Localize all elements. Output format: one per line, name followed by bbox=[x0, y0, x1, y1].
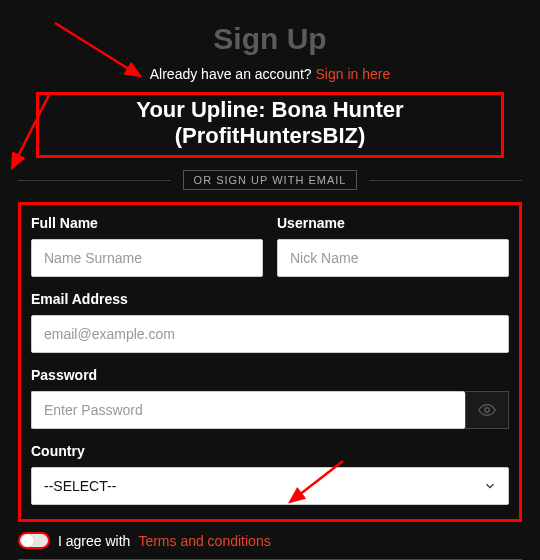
username-label: Username bbox=[277, 215, 509, 231]
sign-in-link[interactable]: Sign in here bbox=[316, 66, 391, 82]
upline-banner: Your Upline: Bona Hunter (ProfitHuntersB… bbox=[36, 92, 504, 158]
password-label: Password bbox=[31, 367, 509, 383]
username-input[interactable] bbox=[277, 239, 509, 277]
page-title: Sign Up bbox=[18, 22, 522, 56]
svg-point-0 bbox=[485, 408, 490, 413]
subtitle-row: Already have an account? Sign in here bbox=[18, 66, 522, 82]
fullname-label: Full Name bbox=[31, 215, 263, 231]
divider-line bbox=[369, 180, 522, 181]
subtitle-text: Already have an account? bbox=[150, 66, 316, 82]
divider-line bbox=[18, 180, 171, 181]
divider-text: OR SIGN UP WITH EMAIL bbox=[183, 170, 358, 190]
terms-link[interactable]: Terms and conditions bbox=[138, 533, 270, 549]
password-input[interactable] bbox=[31, 391, 465, 429]
fullname-input[interactable] bbox=[31, 239, 263, 277]
country-select[interactable]: --SELECT-- bbox=[31, 467, 509, 505]
agree-toggle[interactable] bbox=[18, 532, 50, 549]
email-input[interactable] bbox=[31, 315, 509, 353]
agree-row: I agree with Terms and conditions bbox=[18, 532, 522, 549]
country-label: Country bbox=[31, 443, 509, 459]
eye-icon bbox=[478, 401, 496, 419]
password-visibility-toggle[interactable] bbox=[465, 391, 509, 429]
email-label: Email Address bbox=[31, 291, 509, 307]
form-container: Full Name Username Email Address Passwor… bbox=[18, 202, 522, 522]
divider: OR SIGN UP WITH EMAIL bbox=[18, 170, 522, 190]
toggle-knob bbox=[21, 534, 34, 547]
agree-text: I agree with bbox=[58, 533, 130, 549]
